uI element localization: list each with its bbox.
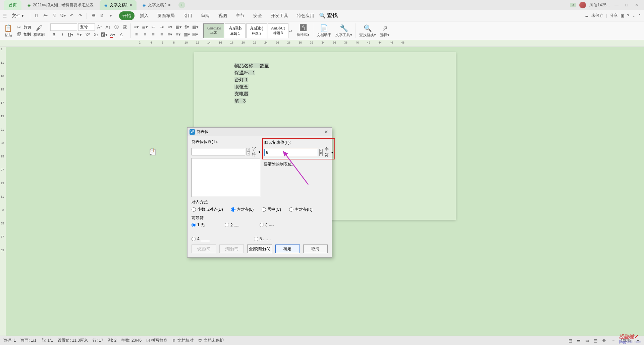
align-right-icon[interactable]: ≡ — [150, 31, 157, 38]
align-center-icon[interactable]: ≡ — [141, 31, 149, 38]
more-icon[interactable]: ▾ — [107, 12, 114, 19]
notify-badge[interactable]: 3 — [570, 3, 576, 7]
style-gallery[interactable]: AaBbCcDd正文 AaBb标题 1 AaBb(标题 2 AaBbC(标题 3… — [203, 23, 294, 38]
view-outline-icon[interactable]: ☰ — [577, 338, 581, 343]
status-pages[interactable]: 页面: 1/1 — [20, 338, 36, 343]
align-justify-icon[interactable]: ≡ — [158, 31, 165, 38]
style-h3[interactable]: AaBbC(标题 3 — [268, 23, 288, 38]
clear-format-icon[interactable]: Ⓐ — [113, 24, 120, 30]
style-h1[interactable]: AaBb标题 1 — [225, 23, 246, 38]
redo-icon[interactable]: ↷ — [76, 12, 84, 19]
odd-icon[interactable]: A̲ — [117, 31, 125, 38]
dialog-close-button[interactable]: ✕ — [323, 129, 330, 135]
leader-4[interactable]: 4 ____ — [192, 236, 210, 241]
add-tab-button[interactable]: + — [178, 2, 185, 8]
status-section[interactable]: 节: 1/1 — [41, 338, 53, 343]
format-painter[interactable]: 🖌格式刷 — [32, 24, 46, 37]
sub-icon[interactable]: X₂ — [92, 31, 100, 38]
ok-button[interactable]: 确定 — [275, 245, 300, 253]
dochelper-button[interactable]: 📄文档助手 — [315, 24, 333, 38]
tabpos-input[interactable] — [192, 148, 245, 155]
outdent-icon[interactable]: ⇤ — [150, 24, 157, 30]
saveas-icon[interactable]: 🖫▾ — [59, 12, 66, 19]
tabpos-spinner[interactable]: ▲▼ — [247, 148, 250, 155]
tab-doc-2[interactable]: ◉ 文字文稿2 — [138, 0, 175, 10]
mtab-feature[interactable]: 特色应用 — [293, 11, 318, 20]
dialog-titlebar[interactable]: W 制表位 ✕ — [187, 128, 332, 136]
align-left-icon[interactable]: ≡ — [133, 31, 140, 38]
para-icon[interactable]: ¶▾ — [183, 24, 191, 30]
paste-group[interactable]: 📋粘贴 — [3, 24, 14, 38]
font-name[interactable] — [50, 23, 77, 31]
underline-icon[interactable]: U▾ — [67, 31, 74, 38]
command-search[interactable]: 🔍查找 — [319, 12, 338, 19]
document-content[interactable]: 物品名称 数量 保温杯 1 台灯 1 眼镜盒 充电器 笔 3 — [234, 62, 416, 105]
mtab-layout[interactable]: 页面布局 — [154, 11, 178, 20]
align-left[interactable]: 左对齐(L) — [231, 207, 254, 212]
status-spell[interactable]: ☑拼写检查 — [146, 338, 167, 343]
help-icon[interactable]: ? — [627, 13, 629, 18]
shade-icon[interactable]: ▦▾ — [183, 31, 191, 38]
strike-icon[interactable]: A̶▾ — [75, 31, 83, 38]
leader-5[interactable]: 5 …… — [254, 236, 271, 241]
maximize-button[interactable]: □ — [623, 3, 630, 7]
align-center[interactable]: 居中(C) — [262, 207, 281, 212]
leader-1[interactable]: 1 无 — [192, 222, 205, 228]
avatar[interactable] — [579, 2, 586, 8]
open-icon[interactable]: 🗁 — [42, 12, 49, 19]
font-color-icon[interactable]: A▾ — [109, 31, 116, 38]
share-button[interactable]: 分享 — [610, 13, 618, 18]
view-print-icon[interactable]: ▤ — [569, 338, 572, 343]
sort-icon[interactable]: ⊞▾ — [192, 31, 199, 38]
view-read-icon[interactable]: ▭ — [585, 338, 589, 343]
undo-icon[interactable]: ↶ — [68, 12, 75, 19]
status-line[interactable]: 行: 17 — [93, 338, 103, 343]
file-menu[interactable]: 文件▾ — [8, 12, 27, 20]
newstyle-button[interactable]: 🅰新样式▾ — [295, 24, 311, 37]
tab-doc-1[interactable]: ◉ 文字文稿1 — [100, 0, 137, 10]
shrink-font-icon[interactable]: A↓ — [104, 24, 112, 30]
super-icon[interactable]: X² — [84, 31, 91, 38]
mtab-ref[interactable]: 引用 — [180, 11, 196, 20]
chevron-up-icon[interactable]: ⌃ — [638, 13, 641, 18]
mtab-chapter[interactable]: 章节 — [232, 11, 248, 20]
texttool-button[interactable]: 🔧文字工具▾ — [334, 24, 354, 38]
italic-icon[interactable]: I — [59, 31, 66, 38]
mtab-dev[interactable]: 开发工具 — [267, 11, 291, 20]
qr-icon[interactable]: ▣ — [621, 13, 624, 18]
linespace-icon[interactable]: ≡▾ — [166, 24, 174, 30]
leader-2[interactable]: 2 ..... — [225, 222, 239, 228]
indent-icon[interactable]: ⇥ — [158, 24, 165, 30]
copy-icon[interactable]: 🗐 — [15, 31, 22, 38]
align-decimal[interactable]: 小数点对齐(D) — [192, 207, 223, 212]
status-words[interactable]: 字数: 23/46 — [121, 338, 142, 343]
status-col[interactable]: 列: 2 — [108, 338, 116, 343]
cancel-button[interactable]: 取消 — [303, 245, 328, 253]
print-icon[interactable]: 🖶 — [90, 12, 97, 19]
preview-icon[interactable]: 🗎 — [98, 12, 106, 19]
find-replace-button[interactable]: 🔍查找替换▾ — [358, 24, 377, 38]
clearall-button[interactable]: 全部清除(A) — [247, 245, 272, 253]
unsaved-label[interactable]: 未保存 — [591, 13, 603, 18]
vertical-ruler[interactable]: 9111315171921232527293133353739 — [0, 47, 6, 336]
bullets-icon[interactable]: ≡▾ — [133, 24, 140, 30]
status-page[interactable]: 页码: 1 — [3, 338, 16, 343]
mtab-view[interactable]: 视图 — [215, 11, 230, 20]
font-size[interactable] — [78, 23, 95, 31]
style-body[interactable]: AaBbCcDd正文 — [203, 23, 224, 38]
zoom-out-button[interactable]: − — [611, 338, 616, 343]
set-button[interactable]: 设置(S) — [192, 245, 216, 253]
spacing-icon[interactable]: ≡▾ — [175, 31, 182, 38]
leader-3[interactable]: 3 ---- — [260, 222, 274, 228]
highlight-icon[interactable]: 🅰▾ — [101, 31, 108, 38]
numbering-icon[interactable]: ≣▾ — [141, 24, 149, 30]
close-button[interactable]: ✕ — [633, 3, 640, 7]
cut-icon[interactable]: ✂ — [15, 24, 22, 30]
default-tab-input[interactable] — [264, 149, 318, 156]
tab-doc-0[interactable]: ◉ 2021年拟来湘...考科目要求汇总表 — [23, 0, 98, 10]
border-icon[interactable]: ▦▾ — [192, 24, 199, 30]
select-button[interactable]: ⬀选择▾ — [379, 24, 391, 38]
minimize-button[interactable]: — — [613, 3, 620, 7]
status-proof[interactable]: 🗏文档校对 — [172, 338, 194, 343]
dist-icon[interactable]: ≡▾ — [166, 31, 174, 38]
